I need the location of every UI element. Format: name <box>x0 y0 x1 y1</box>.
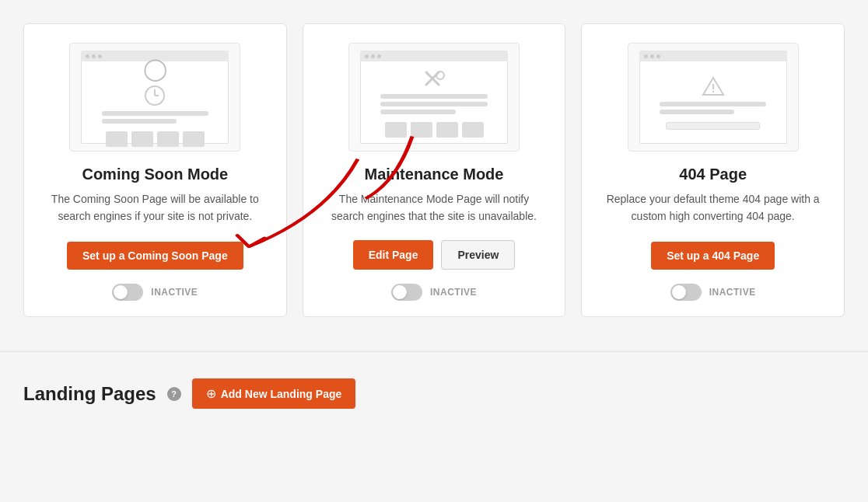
maintenance-buttons: Edit Page Preview <box>353 240 516 270</box>
add-icon: ⊕ <box>206 386 216 401</box>
add-landing-page-label: Add New Landing Page <box>221 388 342 400</box>
maintenance-preview-button[interactable]: Preview <box>441 240 515 270</box>
clock-svg <box>144 85 166 106</box>
404-primary-button[interactable]: Set up a 404 Page <box>651 242 775 270</box>
svg-point-5 <box>436 71 444 79</box>
maintenance-card: Maintenance Mode The Maintenance Mode Pa… <box>303 23 566 317</box>
maintenance-illustration <box>348 43 520 152</box>
coming-soon-toggle-knob <box>114 285 128 299</box>
landing-pages-help-icon[interactable]: ? <box>167 387 181 401</box>
coming-soon-primary-button[interactable]: Set up a Coming Soon Page <box>67 242 243 270</box>
warning-svg <box>702 75 725 97</box>
coming-soon-illustration: ◯ <box>69 43 240 152</box>
404-toggle[interactable] <box>670 284 702 301</box>
404-toggle-label: INACTIVE <box>709 287 756 298</box>
coming-soon-toggle[interactable] <box>112 284 143 301</box>
404-card: 404 Page Replace your default theme 404 … <box>581 23 845 317</box>
maintenance-desc: The Maintenance Mode Page will notify se… <box>325 191 544 225</box>
coming-soon-toggle-row: INACTIVE <box>112 284 198 301</box>
landing-pages-section: Landing Pages ? ⊕ Add New Landing Page <box>0 371 868 432</box>
landing-pages-title: Landing Pages <box>23 383 156 405</box>
404-toggle-row: INACTIVE <box>670 284 756 301</box>
coming-soon-card: ◯ <box>23 23 287 317</box>
maintenance-toggle-row: INACTIVE <box>391 284 477 301</box>
cards-row: ◯ <box>23 23 845 317</box>
coming-soon-toggle-label: INACTIVE <box>151 287 198 298</box>
svg-point-8 <box>712 90 713 92</box>
maintenance-toggle-label: INACTIVE <box>430 287 477 298</box>
clock-icon: ◯ <box>143 58 167 80</box>
404-desc: Replace your default theme 404 page with… <box>604 191 822 226</box>
maintenance-toggle-knob <box>393 285 407 299</box>
coming-soon-title: Coming Soon Mode <box>82 166 228 183</box>
maintenance-toggle[interactable] <box>391 284 422 301</box>
coming-soon-desc: The Coming Soon Page will be available t… <box>46 191 264 226</box>
maintenance-title: Maintenance Mode <box>365 166 504 183</box>
section-divider <box>0 351 868 352</box>
404-toggle-knob <box>672 285 686 299</box>
coming-soon-buttons: Set up a Coming Soon Page <box>67 242 243 270</box>
add-landing-page-button[interactable]: ⊕ Add New Landing Page <box>192 378 356 409</box>
landing-pages-header: Landing Pages ? ⊕ Add New Landing Page <box>23 378 845 409</box>
maintenance-edit-button[interactable]: Edit Page <box>353 240 434 270</box>
404-buttons: Set up a 404 Page <box>651 242 775 270</box>
404-title: 404 Page <box>679 166 747 183</box>
404-illustration <box>628 43 799 152</box>
tools-svg <box>422 68 446 89</box>
